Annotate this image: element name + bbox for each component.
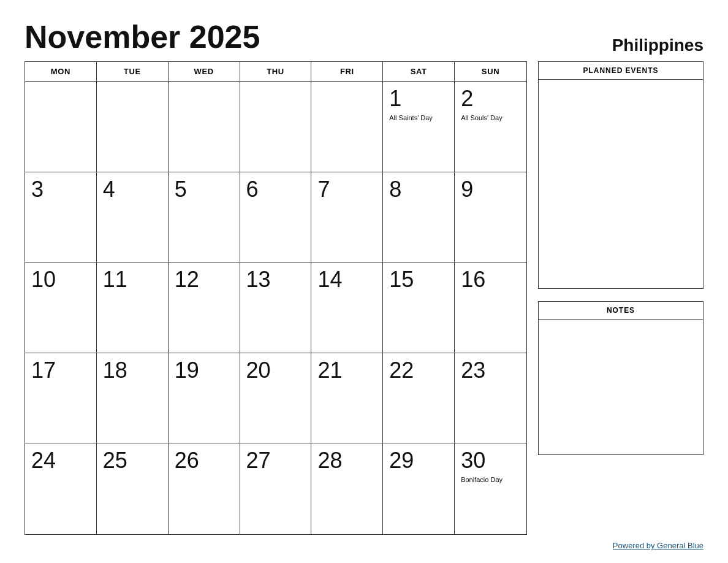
calendar-cell: 24 — [25, 443, 97, 534]
calendar-cell: 2All Souls' Day — [455, 82, 526, 172]
calendar-cell: 29 — [383, 443, 455, 534]
calendar-cell: 13 — [240, 262, 312, 353]
calendar-cell: 15 — [383, 262, 455, 353]
calendar-cell: 3 — [25, 172, 97, 263]
calendar-cell: 19 — [169, 353, 240, 444]
day-number: 23 — [461, 358, 485, 383]
calendar-cell: 18 — [97, 353, 169, 444]
calendar-section: MONTUEWEDTHUFRISATSUN 1All Saints' Day2A… — [25, 61, 527, 535]
day-headers: MONTUEWEDTHUFRISATSUN — [25, 62, 526, 82]
header: November 2025 Philippines — [25, 18, 703, 55]
day-number: 22 — [389, 358, 414, 383]
notes-content — [539, 320, 703, 454]
day-number: 20 — [246, 358, 271, 383]
sidebar: PLANNED EVENTS NOTES — [538, 61, 703, 535]
day-number: 1 — [389, 86, 401, 111]
day-number: 30 — [461, 448, 485, 473]
calendar-cell — [25, 82, 97, 172]
day-number: 13 — [246, 267, 271, 292]
calendar-cell: 23 — [455, 353, 526, 444]
calendar-cell: 4 — [97, 172, 169, 263]
calendar-cell: 16 — [455, 262, 526, 353]
day-number: 7 — [317, 177, 330, 202]
holiday-label: Bonifacio Day — [461, 475, 502, 484]
day-number: 6 — [246, 177, 259, 202]
calendar-cell — [97, 82, 169, 172]
planned-events-content — [539, 80, 703, 288]
planned-events-title: PLANNED EVENTS — [539, 62, 703, 80]
day-number: 26 — [175, 448, 199, 473]
day-number: 29 — [389, 448, 414, 473]
month-title: November 2025 — [25, 18, 260, 55]
day-number: 9 — [461, 177, 473, 202]
day-number: 21 — [317, 358, 342, 383]
day-number: 12 — [175, 267, 199, 292]
day-number: 24 — [31, 448, 56, 473]
day-header-sat: SAT — [383, 62, 455, 81]
holiday-label: All Saints' Day — [389, 113, 433, 122]
calendar-cell: 6 — [240, 172, 312, 263]
day-header-mon: MON — [25, 62, 97, 81]
day-number: 18 — [103, 358, 127, 383]
calendar-cell: 30Bonifacio Day — [455, 443, 526, 534]
calendar-cell: 27 — [240, 443, 312, 534]
calendar-cell: 1All Saints' Day — [383, 82, 455, 172]
calendar-grid: 1All Saints' Day2All Souls' Day345678910… — [25, 82, 526, 534]
day-number: 14 — [317, 267, 342, 292]
planned-events-box: PLANNED EVENTS — [538, 61, 703, 289]
day-number: 25 — [103, 448, 127, 473]
calendar-cell: 10 — [25, 262, 97, 353]
calendar-cell: 28 — [311, 443, 383, 534]
day-number: 4 — [103, 177, 115, 202]
day-number: 16 — [461, 267, 485, 292]
powered-by-link[interactable]: Powered by General Blue — [613, 541, 703, 550]
footer: Powered by General Blue — [25, 535, 703, 551]
calendar-cell: 8 — [383, 172, 455, 263]
day-number: 27 — [246, 448, 271, 473]
calendar-cell: 9 — [455, 172, 526, 263]
day-number: 5 — [175, 177, 187, 202]
day-number: 3 — [31, 177, 44, 202]
notes-title: NOTES — [539, 302, 703, 320]
page: November 2025 Philippines MONTUEWEDTHUFR… — [0, 0, 728, 563]
day-header-tue: TUE — [97, 62, 169, 81]
day-number: 10 — [31, 267, 56, 292]
day-number: 19 — [175, 358, 199, 383]
calendar-cell — [311, 82, 383, 172]
calendar-cell — [169, 82, 240, 172]
calendar-cell: 11 — [97, 262, 169, 353]
day-number: 8 — [389, 177, 401, 202]
main-content: MONTUEWEDTHUFRISATSUN 1All Saints' Day2A… — [25, 61, 703, 535]
calendar-cell: 25 — [97, 443, 169, 534]
calendar-cell: 22 — [383, 353, 455, 444]
calendar-cell: 14 — [311, 262, 383, 353]
calendar-cell: 20 — [240, 353, 312, 444]
country-title: Philippines — [612, 36, 703, 55]
calendar-cell: 12 — [169, 262, 240, 353]
calendar-cell: 17 — [25, 353, 97, 444]
day-header-sun: SUN — [455, 62, 526, 81]
day-header-thu: THU — [240, 62, 312, 81]
day-header-wed: WED — [169, 62, 240, 81]
notes-box: NOTES — [538, 301, 703, 455]
calendar-cell: 21 — [311, 353, 383, 444]
day-number: 11 — [103, 267, 127, 292]
day-number: 2 — [461, 86, 473, 111]
calendar-cell: 26 — [169, 443, 240, 534]
day-number: 17 — [31, 358, 56, 383]
calendar-cell — [240, 82, 312, 172]
day-number: 15 — [389, 267, 414, 292]
calendar-cell: 5 — [169, 172, 240, 263]
calendar-cell: 7 — [311, 172, 383, 263]
holiday-label: All Souls' Day — [461, 113, 502, 122]
day-header-fri: FRI — [311, 62, 383, 81]
day-number: 28 — [317, 448, 342, 473]
